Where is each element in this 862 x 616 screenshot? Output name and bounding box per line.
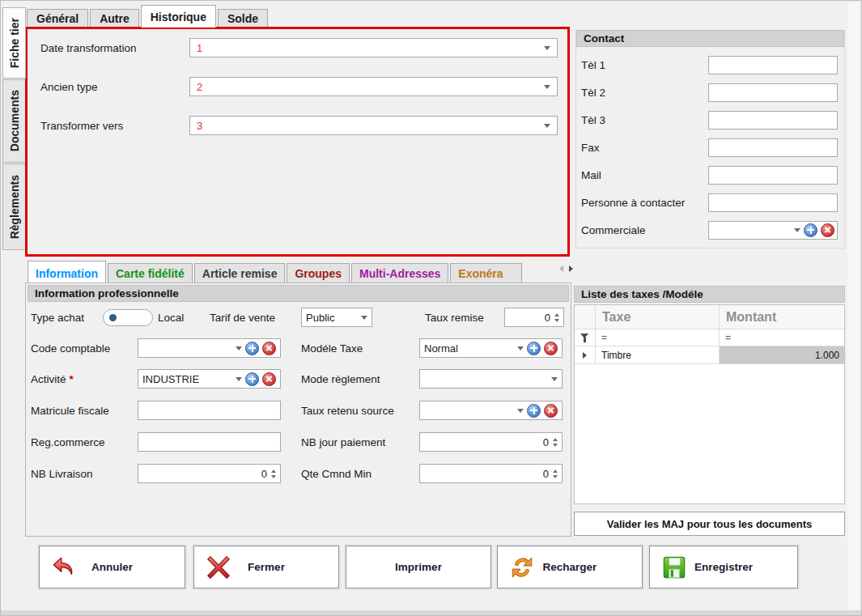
- tarif-de-vente-combobox[interactable]: Public: [301, 308, 372, 327]
- mail-input[interactable]: [708, 166, 838, 185]
- app-window: Fiche tier Documents Règlements Général …: [0, 0, 862, 616]
- scroll-tabs-right-icon[interactable]: [569, 266, 573, 272]
- ancien-type-combobox[interactable]: 2: [189, 77, 558, 96]
- add-icon[interactable]: [527, 342, 541, 355]
- chevron-down-icon[interactable]: [361, 316, 367, 320]
- type-achat-toggle[interactable]: [103, 308, 153, 327]
- row-indicator-icon: [583, 352, 587, 359]
- qte-cmnd-min-stepper[interactable]: 0: [419, 464, 563, 483]
- clear-icon[interactable]: [544, 342, 558, 355]
- tel2-input[interactable]: [708, 83, 838, 102]
- clear-icon[interactable]: [262, 372, 276, 386]
- historique-section-highlighted: Date transformation 1 Ancien type 2 Tran…: [25, 27, 570, 257]
- spinner-up-icon[interactable]: [554, 313, 559, 316]
- form-row: Fax: [581, 138, 838, 157]
- tab-information[interactable]: Information: [28, 261, 106, 283]
- chevron-down-icon[interactable]: [551, 377, 558, 381]
- chevron-down-icon[interactable]: [544, 85, 550, 89]
- modele-taxe-combobox[interactable]: Normal: [419, 338, 563, 358]
- imprimer-button[interactable]: Imprimer: [346, 546, 491, 588]
- chevron-down-icon[interactable]: [236, 346, 242, 350]
- nb-livraison-stepper[interactable]: 0: [138, 464, 281, 483]
- spinner-down-icon[interactable]: [553, 444, 558, 447]
- commerciale-combobox[interactable]: [708, 221, 838, 240]
- row-selector-cell[interactable]: [575, 346, 596, 364]
- chevron-down-icon[interactable]: [517, 409, 524, 413]
- form-row: Tèl 2: [581, 83, 838, 102]
- taux-remise-stepper[interactable]: 0: [504, 308, 564, 327]
- taxes-panel-header: Liste des taxes /Modéle: [574, 286, 845, 303]
- scroll-tabs-left-icon[interactable]: [559, 266, 563, 272]
- taxe-cell[interactable]: Timbre: [596, 346, 720, 364]
- chevron-down-icon[interactable]: [794, 228, 800, 232]
- chevron-down-icon[interactable]: [517, 346, 524, 350]
- code-comptable-combobox[interactable]: [138, 338, 281, 358]
- window-right-edge: [847, 2, 860, 611]
- enregistrer-button[interactable]: Enregistrer: [649, 546, 798, 588]
- valider-maj-button[interactable]: Valider les MAJ pour tous les documents: [574, 512, 845, 536]
- spinner-down-icon[interactable]: [271, 475, 276, 478]
- fax-input[interactable]: [708, 138, 838, 157]
- tab-historique[interactable]: Historique: [141, 5, 216, 28]
- column-header-taxe[interactable]: Taxe: [596, 305, 720, 329]
- personne-a-contacter-label: Personne à contacter: [581, 197, 708, 209]
- add-icon[interactable]: [245, 372, 259, 386]
- clear-icon[interactable]: [262, 342, 276, 355]
- spinner-down-icon[interactable]: [553, 475, 558, 478]
- tab-solde[interactable]: Solde: [218, 9, 268, 28]
- taxe-filter-cell[interactable]: =: [596, 329, 720, 346]
- qte-cmnd-min-label: Qte Cmnd Min: [301, 464, 372, 483]
- tab-carte-fidelite[interactable]: Carte fidélité: [108, 263, 193, 283]
- add-icon[interactable]: [527, 404, 541, 418]
- annuler-button[interactable]: Annuler: [39, 546, 185, 588]
- tab-general[interactable]: Général: [27, 9, 88, 28]
- reg-commerce-input[interactable]: [138, 432, 281, 452]
- side-tab-documents[interactable]: Documents: [2, 79, 26, 163]
- clear-icon[interactable]: [544, 404, 558, 418]
- column-header-montant[interactable]: Montant: [720, 305, 844, 329]
- table-row[interactable]: Timbre 1.000: [575, 346, 844, 364]
- spinner-up-icon[interactable]: [553, 469, 558, 473]
- tab-exonera[interactable]: Exonéra: [450, 263, 521, 283]
- tel1-input[interactable]: [708, 56, 838, 74]
- form-row: Personne à contacter: [581, 193, 838, 212]
- chevron-down-icon[interactable]: [544, 124, 550, 128]
- spinner-up-icon[interactable]: [553, 438, 558, 441]
- spinner-up-icon[interactable]: [271, 469, 276, 473]
- side-tab-label: Documents: [8, 90, 21, 151]
- form-row: Commerciale: [581, 220, 838, 240]
- side-tab-reglements[interactable]: Règlements: [2, 164, 26, 250]
- chevron-down-icon[interactable]: [236, 377, 242, 381]
- clear-icon[interactable]: [821, 223, 834, 237]
- date-transformation-combobox[interactable]: 1: [189, 38, 558, 57]
- transformer-vers-combobox[interactable]: 3: [189, 116, 558, 135]
- taux-retenu-source-combobox[interactable]: [419, 401, 563, 420]
- tab-groupes[interactable]: Groupes: [287, 263, 350, 283]
- recharger-button[interactable]: Recharger: [497, 546, 643, 588]
- personne-a-contacter-input[interactable]: [708, 193, 838, 212]
- tab-article-remise[interactable]: Article remise: [194, 263, 286, 283]
- fermer-button[interactable]: Fermer: [193, 546, 339, 588]
- taxes-table: Taxe Montant = = Timbre 1.000: [574, 304, 845, 504]
- transformer-vers-label: Transformer vers: [40, 120, 189, 132]
- add-icon[interactable]: [804, 223, 817, 237]
- add-icon[interactable]: [245, 342, 259, 355]
- filter-funnel-icon: [580, 333, 589, 342]
- side-tab-fiche-tier[interactable]: Fiche tier: [2, 7, 26, 79]
- chevron-down-icon[interactable]: [544, 46, 550, 50]
- ancien-type-value: 2: [197, 81, 202, 93]
- nb-jour-paiement-label: NB jour paiement: [301, 432, 385, 452]
- spinner-down-icon[interactable]: [554, 319, 559, 322]
- nb-jour-paiement-stepper[interactable]: 0: [419, 432, 563, 452]
- tab-autre[interactable]: Autre: [90, 9, 139, 28]
- form-row: Tèl 3: [581, 110, 838, 130]
- toggle-dot: [109, 314, 117, 321]
- tab-multi-adresses[interactable]: Multi-Adresses: [351, 263, 448, 283]
- montant-cell[interactable]: 1.000: [720, 346, 844, 364]
- matricule-fiscale-input[interactable]: [138, 401, 281, 420]
- montant-filter-cell[interactable]: =: [720, 329, 844, 346]
- tel3-input[interactable]: [708, 111, 838, 130]
- activite-combobox[interactable]: INDUSTRIE: [138, 369, 281, 389]
- mode-reglement-combobox[interactable]: [419, 369, 563, 389]
- tel2-label: Tèl 2: [581, 87, 708, 99]
